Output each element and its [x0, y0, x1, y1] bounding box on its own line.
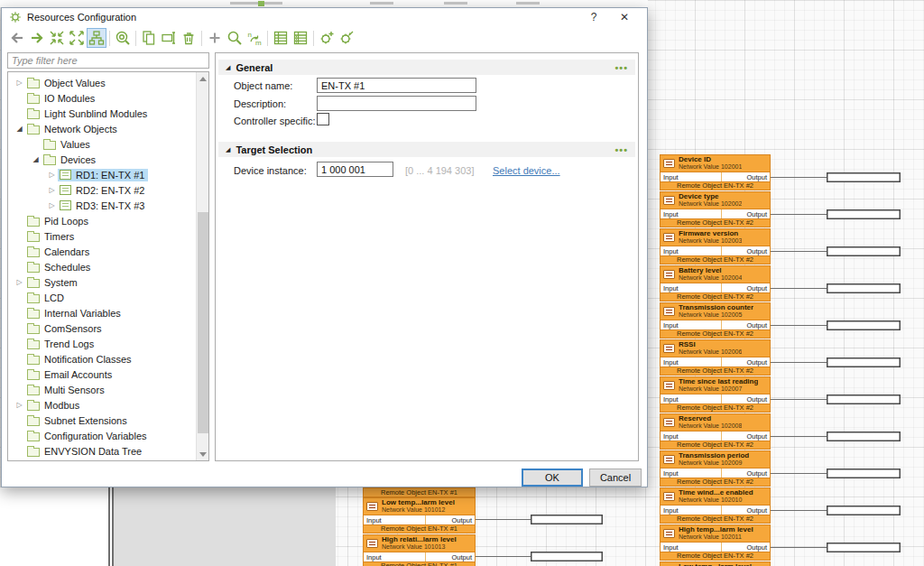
- target-selection-section-header[interactable]: ◢ Target Selection •••: [218, 142, 635, 157]
- rename-icon[interactable]: [159, 28, 179, 48]
- tree-item-values[interactable]: Values: [8, 136, 208, 152]
- help-button[interactable]: ?: [578, 11, 609, 23]
- tree-item-rd3-entx3[interactable]: ▷RD3: EN-TX #3: [8, 198, 208, 213]
- scrollbar-thumb[interactable]: [198, 212, 208, 433]
- block-input-port[interactable]: Input: [366, 553, 382, 561]
- output-value-box[interactable]: [827, 506, 901, 515]
- block-input-port[interactable]: Input: [663, 395, 679, 404]
- network-value-block[interactable]: Firmware versionNetwork Value 102003 Inp…: [660, 228, 771, 264]
- block-input-port[interactable]: Input: [663, 210, 679, 218]
- object-name-field[interactable]: [317, 78, 476, 93]
- block-input-port[interactable]: Input: [663, 506, 679, 515]
- block-input-port[interactable]: Input: [663, 173, 679, 181]
- tree-item-rd2-entx2[interactable]: ▷RD2: EN-TX #2: [8, 182, 208, 198]
- block-input-port[interactable]: Input: [663, 358, 679, 367]
- block-input-port[interactable]: Input: [663, 284, 679, 292]
- tree-item-rd1-entx1[interactable]: ▷RD1: EN-TX #1: [8, 167, 208, 182]
- tree-item-light-sunblind-modules[interactable]: Light Sunblind Modules: [8, 106, 208, 121]
- expander-expanded-icon[interactable]: ◢: [30, 155, 42, 163]
- tree-item-network-objects[interactable]: ◢Network Objects: [8, 121, 208, 136]
- output-value-box[interactable]: [827, 172, 901, 182]
- block-output-port[interactable]: Output: [746, 247, 767, 255]
- tree-item-pid-loops[interactable]: Pid Loops: [8, 213, 208, 228]
- network-value-block[interactable]: RSSINetwork Value 102006 Input Output Re…: [660, 339, 771, 376]
- search-icon[interactable]: [225, 28, 245, 48]
- controller-specific-checkbox[interactable]: [317, 113, 329, 125]
- ok-button[interactable]: OK: [522, 469, 583, 487]
- expander-expanded-icon[interactable]: ◢: [14, 125, 25, 133]
- expander-collapsed-icon[interactable]: ▷: [46, 201, 58, 209]
- tree-item-envysion-data-tree[interactable]: ENVYSION Data Tree: [8, 443, 208, 459]
- network-value-block[interactable]: Low temp...larm levelNetwork Value 10201…: [660, 561, 771, 566]
- tree-item-calendars[interactable]: Calendars: [8, 244, 208, 259]
- tree-item-trend-logs[interactable]: Trend Logs: [8, 336, 208, 351]
- tree-item-configuration-variables[interactable]: Configuration Variables: [8, 428, 208, 443]
- gear-add-icon[interactable]: [317, 28, 337, 48]
- tree-item-comsensors[interactable]: ComSensors: [8, 320, 208, 336]
- output-value-box[interactable]: [827, 431, 901, 441]
- tree-item-io-modules[interactable]: IO Modules: [8, 90, 208, 106]
- forward-icon[interactable]: [27, 28, 47, 48]
- output-value-box[interactable]: [827, 394, 901, 404]
- description-field[interactable]: [317, 96, 476, 111]
- network-value-block[interactable]: Device typeNetwork Value 102002 Input Ou…: [660, 191, 771, 227]
- block-output-port[interactable]: Output: [746, 210, 767, 218]
- details-view-icon[interactable]: [291, 28, 310, 48]
- select-device-link[interactable]: Select device...: [493, 165, 560, 176]
- block-output-port[interactable]: Output: [746, 432, 767, 441]
- find-next-icon[interactable]: nm: [245, 28, 264, 48]
- expander-collapsed-icon[interactable]: ▷: [14, 79, 25, 87]
- list-view-icon[interactable]: [271, 28, 291, 48]
- block-output-port[interactable]: Output: [746, 321, 767, 329]
- block-output-port[interactable]: Output: [746, 543, 767, 552]
- general-section-header[interactable]: ◢ General •••: [218, 60, 635, 75]
- delete-icon[interactable]: [179, 28, 199, 48]
- tree-item-timers[interactable]: Timers: [8, 228, 208, 244]
- output-value-box[interactable]: [827, 246, 901, 256]
- network-value-block[interactable]: ReservedNetwork Value 102008 Input Outpu…: [660, 413, 771, 450]
- output-value-box[interactable]: [531, 552, 603, 561]
- copy-icon[interactable]: [139, 28, 159, 48]
- tree-item-notification-classes[interactable]: Notification Classes: [8, 351, 208, 367]
- zoom-selection-icon[interactable]: [113, 28, 133, 48]
- expander-collapsed-icon[interactable]: ▷: [46, 171, 58, 179]
- block-output-port[interactable]: Output: [451, 516, 472, 524]
- tree-item-schedules[interactable]: Schedules: [8, 259, 208, 274]
- tree-item-devices[interactable]: ◢Devices: [8, 152, 208, 167]
- tree-view-icon[interactable]: [87, 28, 106, 48]
- section-menu-icon[interactable]: •••: [614, 144, 628, 155]
- network-value-block[interactable]: High temp...larm levelNetwork Value 1020…: [660, 524, 771, 561]
- tree-item-email-accounts[interactable]: Email Accounts: [8, 367, 208, 382]
- dialog-titlebar[interactable]: Resources Configuration ? ✕: [2, 8, 647, 26]
- block-output-port[interactable]: Output: [746, 358, 767, 367]
- block-input-port[interactable]: Input: [663, 321, 679, 329]
- network-value-block[interactable]: Time since last readingNetwork Value 102…: [660, 376, 771, 413]
- network-value-block[interactable]: Transmission periodNetwork Value 102009 …: [660, 450, 771, 487]
- output-value-box[interactable]: [827, 543, 901, 552]
- tree-item-modbus[interactable]: ▷Modbus: [8, 397, 208, 413]
- network-value-block[interactable]: Device IDNetwork Value 102001 Input Outp…: [660, 154, 771, 190]
- tree-item-internal-variables[interactable]: Internal Variables: [8, 305, 208, 320]
- block-input-port[interactable]: Input: [663, 247, 679, 255]
- tree-item-multi-sensors[interactable]: Multi Sensors: [8, 382, 208, 397]
- block-output-port[interactable]: Output: [746, 284, 767, 292]
- expander-collapsed-icon[interactable]: ▷: [14, 278, 25, 286]
- network-value-block[interactable]: Low temp...larm levelNetwork Value 10101…: [363, 497, 476, 534]
- output-value-box[interactable]: [827, 283, 901, 293]
- tree-scrollbar[interactable]: [196, 72, 208, 460]
- output-value-box[interactable]: [531, 515, 603, 524]
- back-icon[interactable]: [7, 28, 27, 48]
- selected-tree-item[interactable]: RD1: EN-TX #1: [58, 169, 148, 181]
- tree-item-lcd[interactable]: LCD: [8, 290, 208, 305]
- scroll-up-button[interactable]: [197, 72, 209, 85]
- block-output-port[interactable]: Output: [746, 395, 767, 404]
- gear-edit-icon[interactable]: [337, 28, 356, 48]
- scroll-down-button[interactable]: [197, 448, 209, 460]
- block-input-port[interactable]: Input: [663, 469, 679, 478]
- output-value-box[interactable]: [827, 357, 901, 367]
- expander-collapsed-icon[interactable]: ▷: [14, 401, 25, 409]
- expander-collapsed-icon[interactable]: ▷: [46, 186, 58, 194]
- tree-item-subnet-extensions[interactable]: Subnet Extensions: [8, 413, 208, 428]
- block-input-port[interactable]: Input: [366, 516, 382, 524]
- network-value-block[interactable]: High relati...larm levelNetwork Value 10…: [363, 534, 476, 566]
